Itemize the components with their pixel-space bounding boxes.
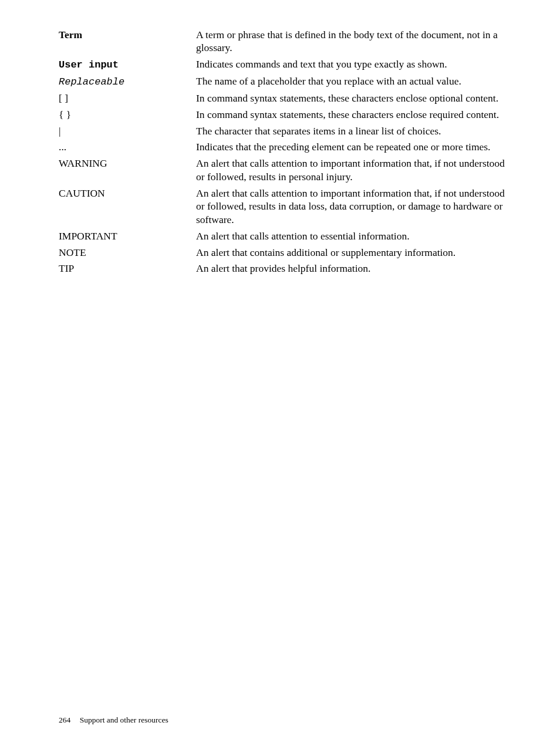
table-row: ReplaceableThe name of a placeholder tha… xyxy=(59,73,508,90)
table-row: IMPORTANTAn alert that calls attention t… xyxy=(59,228,508,244)
term-cell: TIP xyxy=(59,261,196,277)
table-row: ...Indicates that the preceding element … xyxy=(59,139,508,156)
table-row: User inputIndicates commands and text th… xyxy=(59,56,508,73)
term-text: ... xyxy=(59,141,66,153)
term-cell: { } xyxy=(59,106,196,123)
term-text: WARNING xyxy=(59,157,107,169)
term-text: User input xyxy=(59,59,119,70)
page-number: 264 xyxy=(59,715,70,724)
term-text: Term xyxy=(59,29,82,40)
term-text: IMPORTANT xyxy=(59,230,117,242)
description-cell: The character that separates items in a … xyxy=(196,123,508,139)
table-row: NOTEAn alert that contains additional or… xyxy=(59,244,508,261)
description-cell: A term or phrase that is defined in the … xyxy=(196,26,508,56)
term-text: [ ] xyxy=(59,92,68,104)
description-cell: An alert that calls attention to essenti… xyxy=(196,228,508,244)
term-cell: Replaceable xyxy=(59,73,196,90)
footer-section: Support and other resources xyxy=(80,715,168,724)
term-cell: NOTE xyxy=(59,244,196,261)
description-cell: In command syntax statements, these char… xyxy=(196,90,508,107)
description-cell: An alert that calls attention to importa… xyxy=(196,185,508,228)
description-cell: In command syntax statements, these char… xyxy=(196,106,508,123)
term-text: CAUTION xyxy=(59,187,105,199)
table-row: [ ]In command syntax statements, these c… xyxy=(59,90,508,107)
page-footer: 264 Support and other resources xyxy=(59,715,168,725)
description-cell: An alert that contains additional or sup… xyxy=(196,244,508,261)
table-row: CAUTIONAn alert that calls attention to … xyxy=(59,185,508,228)
table-row: WARNINGAn alert that calls attention to … xyxy=(59,156,508,185)
table-row: { }In command syntax statements, these c… xyxy=(59,106,508,123)
term-text: Replaceable xyxy=(59,76,124,87)
conventions-tbody: TermA term or phrase that is defined in … xyxy=(59,26,508,277)
document-page: TermA term or phrase that is defined in … xyxy=(0,0,560,746)
description-cell: Indicates that the preceding element can… xyxy=(196,139,508,156)
term-cell: [ ] xyxy=(59,90,196,107)
table-row: TIPAn alert that provides helpful inform… xyxy=(59,261,508,277)
table-row: TermA term or phrase that is defined in … xyxy=(59,26,508,56)
term-cell: User input xyxy=(59,56,196,73)
conventions-table: TermA term or phrase that is defined in … xyxy=(59,26,508,277)
term-text: { } xyxy=(59,109,71,120)
description-cell: An alert that provides helpful informati… xyxy=(196,261,508,277)
term-cell: Term xyxy=(59,26,196,56)
table-row: |The character that separates items in a… xyxy=(59,123,508,139)
term-text: | xyxy=(59,125,61,137)
term-cell: CAUTION xyxy=(59,185,196,228)
term-text: NOTE xyxy=(59,247,86,258)
description-cell: The name of a placeholder that you repla… xyxy=(196,73,508,90)
term-cell: IMPORTANT xyxy=(59,228,196,244)
term-cell: | xyxy=(59,123,196,139)
description-cell: Indicates commands and text that you typ… xyxy=(196,56,508,73)
term-text: TIP xyxy=(59,262,74,274)
term-cell: ... xyxy=(59,139,196,156)
term-cell: WARNING xyxy=(59,156,196,185)
description-cell: An alert that calls attention to importa… xyxy=(196,156,508,185)
